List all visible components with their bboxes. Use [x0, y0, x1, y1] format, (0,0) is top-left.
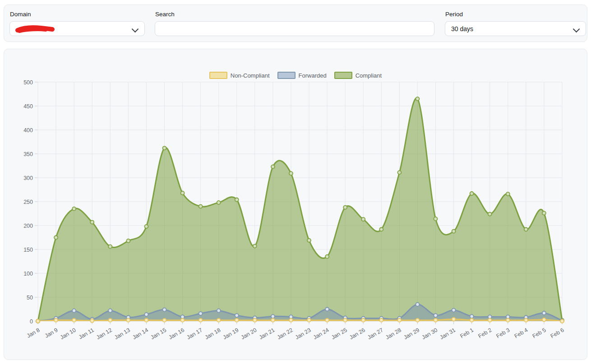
chart-legend: Non-Compliant Forwarded Compliant	[4, 72, 587, 79]
svg-text:Jan 29: Jan 29	[402, 327, 420, 341]
svg-text:Jan 18: Jan 18	[204, 327, 222, 341]
svg-text:Jan 13: Jan 13	[113, 327, 131, 341]
legend-item-compliant[interactable]: Compliant	[334, 72, 382, 79]
domain-field: Domain	[9, 11, 145, 36]
svg-text:Jan 22: Jan 22	[276, 327, 294, 341]
legend-label: Forwarded	[299, 72, 327, 79]
search-label: Search	[155, 11, 434, 18]
chevron-down-icon	[132, 26, 139, 33]
search-field: Search	[155, 11, 434, 36]
domain-select[interactable]	[9, 21, 145, 36]
filter-bar: Domain Search Period 30 days	[4, 5, 587, 42]
svg-text:450: 450	[23, 103, 33, 110]
svg-text:Jan 10: Jan 10	[59, 327, 77, 341]
svg-text:200: 200	[23, 223, 33, 229]
svg-text:Feb 2: Feb 2	[477, 327, 493, 339]
svg-text:Feb 6: Feb 6	[549, 327, 565, 339]
search-input[interactable]	[155, 21, 434, 36]
period-select[interactable]: 30 days	[445, 21, 586, 36]
legend-item-non-compliant[interactable]: Non-Compliant	[209, 72, 270, 79]
svg-text:350: 350	[23, 151, 33, 157]
svg-text:Jan 20: Jan 20	[240, 327, 258, 341]
svg-text:Jan 14: Jan 14	[131, 327, 149, 341]
svg-text:Jan 27: Jan 27	[366, 327, 384, 341]
svg-text:Jan 23: Jan 23	[294, 327, 312, 341]
svg-text:300: 300	[23, 175, 33, 181]
svg-text:50: 50	[27, 295, 33, 301]
svg-text:Jan 28: Jan 28	[384, 327, 402, 341]
legend-swatch-compliant	[334, 72, 352, 79]
svg-text:Jan 19: Jan 19	[222, 327, 240, 341]
legend-swatch-non-compliant	[209, 72, 227, 79]
area-chart: 050100150200250300350400450500Jan 8Jan 9…	[4, 49, 588, 359]
svg-text:Jan 30: Jan 30	[421, 327, 439, 341]
svg-text:0: 0	[30, 318, 33, 325]
svg-text:Jan 16: Jan 16	[168, 327, 186, 341]
svg-text:Jan 8: Jan 8	[26, 327, 41, 339]
svg-text:250: 250	[23, 199, 33, 205]
svg-text:Jan 26: Jan 26	[348, 327, 366, 341]
svg-text:Jan 11: Jan 11	[78, 327, 95, 340]
svg-text:Feb 1: Feb 1	[459, 327, 475, 339]
legend-swatch-forwarded	[277, 72, 296, 79]
chevron-down-icon	[573, 26, 580, 33]
svg-text:Feb 4: Feb 4	[513, 327, 529, 339]
svg-text:Jan 17: Jan 17	[186, 327, 204, 341]
svg-text:500: 500	[23, 79, 33, 86]
svg-text:100: 100	[23, 271, 33, 277]
legend-label: Non-Compliant	[231, 72, 270, 79]
svg-text:400: 400	[23, 127, 33, 134]
legend-item-forwarded[interactable]: Forwarded	[277, 72, 327, 79]
svg-text:Jan 12: Jan 12	[95, 327, 113, 341]
svg-text:Feb 3: Feb 3	[495, 327, 511, 339]
svg-text:Jan 25: Jan 25	[330, 327, 348, 341]
legend-label: Compliant	[356, 72, 382, 79]
svg-text:Jan 24: Jan 24	[312, 327, 330, 341]
svg-text:Feb 5: Feb 5	[531, 327, 547, 339]
redaction-scribble	[14, 25, 57, 34]
chart-card: 050100150200250300350400450500Jan 8Jan 9…	[4, 49, 587, 360]
svg-text:Jan 9: Jan 9	[44, 327, 59, 339]
domain-label: Domain	[10, 11, 145, 18]
svg-text:Jan 21: Jan 21	[258, 327, 276, 341]
svg-text:Jan 15: Jan 15	[149, 327, 167, 341]
period-value: 30 days	[451, 25, 473, 32]
period-field: Period 30 days	[445, 11, 586, 36]
svg-text:150: 150	[23, 247, 33, 253]
period-label: Period	[445, 11, 586, 18]
svg-text:Jan 31: Jan 31	[439, 327, 457, 341]
